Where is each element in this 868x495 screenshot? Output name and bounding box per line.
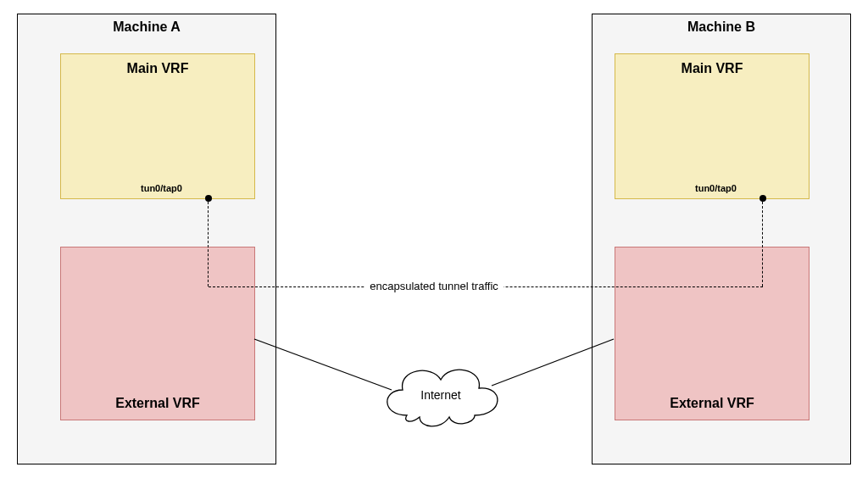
main-vrf-a-box: Main VRF tun0/tap0 [60,53,255,199]
port-dot-b [760,195,766,202]
dashed-link-b-vert [762,202,763,286]
port-dot-a [205,195,212,202]
external-vrf-b-title: External VRF [615,396,809,411]
main-vrf-a-title: Main VRF [61,61,254,76]
machine-b-title: Machine B [593,19,850,35]
external-vrf-a-title: External VRF [61,396,254,411]
external-vrf-b-box: External VRF [615,247,810,420]
main-vrf-b-box: Main VRF tun0/tap0 [615,53,810,199]
tunnel-traffic-label: encapsulated tunnel traffic [364,280,504,292]
external-vrf-a-box: External VRF [60,247,255,420]
machine-a-title: Machine A [18,19,275,35]
main-vrf-b-title: Main VRF [615,61,809,76]
tun-label-b: tun0/tap0 [695,183,737,193]
machine-a-box: Machine A Main VRF tun0/tap0 External VR… [17,14,276,464]
internet-label: Internet [415,388,466,402]
tun-label-a: tun0/tap0 [141,183,182,193]
dashed-link-a-vert [208,202,209,286]
machine-b-box: Machine B Main VRF tun0/tap0 External VR… [592,14,851,464]
